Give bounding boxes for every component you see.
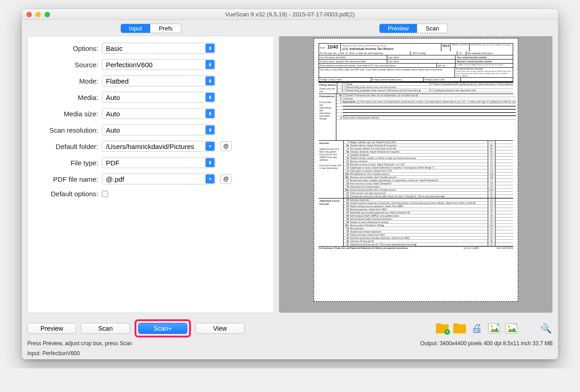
form-line: 36Add lines 23 through 3536 (344, 240, 513, 243)
form-line: 29Self-employed health insurance deducti… (344, 218, 513, 221)
form-line: 9aOrdinary dividends. Attach Schedule B … (344, 150, 513, 154)
chevron-down-icon: ▾ (205, 174, 215, 184)
app-window: VueScan 9 x32 (9.5.19) - 2015-07-17-0003… (22, 9, 558, 359)
status-bar: Press Preview, adjust crop box, press Sc… (22, 339, 558, 349)
form-line: 10Taxable refunds, credits, or offsets o… (344, 157, 513, 160)
label-media-size: Media size: (31, 110, 102, 118)
input-default-folder[interactable]: /Users/hamrickdavid/Pictures ▾ (102, 141, 215, 152)
chevron-updown-icon: ▴▾ (205, 125, 215, 134)
form-line: 34Tuition and fees. Attach Form 891734 (344, 233, 513, 237)
status-input: Input: PerfectionV600 (22, 349, 558, 359)
preview-button[interactable]: Preview (27, 323, 76, 334)
form-line: 23Educator expenses23 (344, 198, 513, 202)
form-line: 8aTaxable interest. Attach Schedule B if… (344, 144, 513, 147)
chevron-updown-icon: ▴▾ (205, 109, 215, 118)
rotate-right-icon[interactable]: ↷ (505, 323, 518, 334)
form-line: 7Wages, salaries, tips, etc. Attach Form… (344, 141, 513, 144)
form-line: 22Combine the amounts in the far right c… (344, 195, 513, 198)
select-options[interactable]: Basic ▴▾ (102, 43, 215, 54)
label-mode: Mode: (31, 77, 102, 85)
zoom-in-icon[interactable]: 🔍 (539, 323, 553, 334)
checkbox-default-options[interactable] (102, 191, 108, 197)
form-line: 16aPensions and annuities 16a b Taxable … (344, 176, 513, 179)
form-line: bTax-exempt interest. Do not include on … (344, 147, 513, 150)
label-options: Options: (31, 45, 102, 52)
new-folder-icon[interactable]: + (435, 323, 449, 334)
label-scan-resolution: Scan resolution: (31, 126, 102, 134)
chevron-updown-icon: ▴▾ (205, 76, 215, 85)
select-media-size[interactable]: Auto ▴▾ (102, 108, 215, 119)
preview-panel: Form 1040 Department of the Treasury—Int… (279, 36, 553, 313)
left-panel-tabs: Input Prefs (120, 24, 181, 33)
filename-template-button[interactable]: @ (220, 174, 232, 184)
form-line: bQualified dividends9b (344, 154, 513, 157)
form-line: 27Deductible part of self-employment tax… (344, 211, 513, 214)
form-line: 37Subtract line 36 from line 22. This is… (344, 243, 513, 246)
chevron-updown-icon: ▴▾ (205, 44, 215, 53)
form-line: 14Other gains or (losses). Attach Form 4… (344, 169, 513, 173)
tab-input[interactable]: Input (121, 24, 151, 33)
titlebar: VueScan 9 x32 (9.5.19) - 2015-07-17-0003… (22, 9, 558, 20)
printer-icon[interactable]: 🖨 (470, 323, 484, 334)
form-line: 18Farm income or (loss). Attach Schedule… (344, 182, 513, 185)
form-line: 28Self-employed SEP, SIMPLE, and qualifi… (344, 214, 513, 218)
form-line: 33Student loan interest deduction33 (344, 230, 513, 233)
options-panel: Options: Basic ▴▾ Source: PerfectionV600… (27, 36, 274, 313)
tutorial-highlight: Scan+ (135, 319, 191, 337)
form-line: 25Health savings account deduction. Atta… (344, 205, 513, 208)
form-line: 24Certain business expenses of reservist… (344, 202, 513, 205)
status-hint: Press Preview, adjust crop box, press Sc… (27, 340, 132, 347)
open-folder-icon[interactable] (453, 323, 466, 334)
select-mode[interactable]: Flatbed ▴▾ (102, 75, 215, 86)
scan-button[interactable]: Scan (81, 323, 130, 334)
status-output: Output: 3400x4400 pixels 400 dpi 8.5x11 … (420, 340, 553, 347)
right-panel-tabs: Preview Scan (379, 24, 448, 33)
label-file-type: File type: (31, 159, 102, 167)
view-button[interactable]: View (195, 323, 245, 334)
crop-box[interactable]: Form 1040 Department of the Treasury—Int… (314, 38, 518, 302)
form-line: 19Unemployment compensation19 (344, 185, 513, 189)
select-media[interactable]: Auto ▴▾ (102, 92, 215, 103)
label-media: Media: (31, 94, 102, 101)
scan-plus-button[interactable]: Scan+ (138, 323, 187, 334)
tab-scan[interactable]: Scan (417, 24, 447, 33)
select-scan-resolution[interactable]: Auto ▴▾ (102, 124, 215, 135)
tab-preview[interactable]: Preview (380, 24, 417, 33)
rotate-left-icon[interactable]: ↶ (487, 323, 501, 334)
form-line: 20aSocial security benefits 20a b Taxabl… (344, 189, 513, 192)
label-pdf-file-name: PDF file name: (31, 175, 102, 183)
scanned-page-preview: Form 1040 Department of the Treasury—Int… (316, 40, 516, 299)
form-line: 13Capital gain or (loss). Attach Schedul… (344, 166, 513, 169)
form-line: 11Alimony received11 (344, 160, 513, 163)
form-line: 35Domestic production activities deducti… (344, 237, 513, 240)
form-line: 21Other income. List type and amount21 (344, 192, 513, 195)
form-line: 30Penalty on early withdrawal of savings… (344, 221, 513, 224)
form-line: 15aIRA distributions 15a b Taxable amoun… (344, 173, 513, 176)
form-line: 32IRA deduction32 (344, 227, 513, 230)
tab-prefs[interactable]: Prefs (150, 24, 180, 33)
select-source[interactable]: PerfectionV600 ▴▾ (102, 59, 215, 70)
tab-row: Input Prefs Preview Scan (22, 20, 558, 36)
label-default-folder: Default folder: (31, 143, 102, 150)
form-line: 17Rental real estate, royalties, partner… (344, 179, 513, 182)
form-line: 12Business income or (loss). Attach Sche… (344, 163, 513, 166)
form-line: 26Moving expenses. Attach Form 390326 (344, 208, 513, 211)
chevron-updown-icon: ▴▾ (205, 93, 215, 102)
label-default-options: Default options: (31, 190, 102, 198)
chevron-updown-icon: ▴▾ (205, 158, 215, 167)
form-line: 31aAlimony paid b Recipient's SSN ▶31a (344, 224, 513, 227)
chevron-down-icon: ▾ (205, 142, 215, 151)
window-title: VueScan 9 x32 (9.5.19) - 2015-07-17-0003… (22, 11, 558, 18)
input-pdf-file-name[interactable]: @.pdf ▾ (102, 174, 215, 184)
bottom-toolbar: Preview Scan Scan+ View + 🖨 ↶ ↷ 🔍 (22, 317, 558, 339)
label-source: Source: (31, 61, 102, 69)
chevron-updown-icon: ▴▾ (205, 60, 215, 69)
select-file-type[interactable]: PDF ▴▾ (102, 157, 215, 168)
browse-folder-button[interactable]: @ (220, 141, 232, 151)
